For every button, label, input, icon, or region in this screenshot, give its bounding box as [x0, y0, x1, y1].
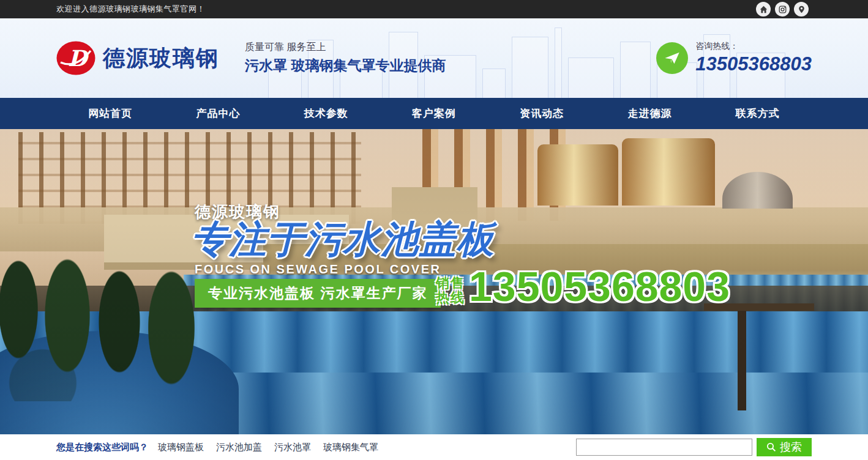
slogan-big: 污水罩 玻璃钢集气罩专业提供商 — [245, 56, 446, 75]
buildings-band — [0, 207, 868, 251]
logo-icon: D — [56, 41, 95, 75]
storage-tank — [622, 138, 715, 206]
pool-covers-far — [184, 275, 868, 314]
welcome-text: 欢迎进入德源玻璃钢玻璃钢集气罩官网！ — [56, 4, 205, 15]
pool-covers-near — [0, 373, 868, 434]
search-input[interactable] — [576, 439, 752, 456]
instagram-icon — [779, 6, 787, 13]
hot-keywords: 玻璃钢盖板 污水池加盖 污水池罩 玻璃钢集气罩 — [158, 442, 378, 453]
slogan-small: 质量可靠 服务至上 — [245, 41, 446, 54]
nav-item-home[interactable]: 网站首页 — [56, 98, 164, 129]
nav-item-about[interactable]: 走进德源 — [596, 98, 703, 129]
sales-label-line1: 销售 — [436, 276, 465, 291]
home-icon — [760, 6, 768, 13]
keyword-link-1[interactable]: 玻璃钢盖板 — [158, 442, 204, 453]
nav-item-contact[interactable]: 联系方式 — [704, 98, 812, 129]
location-link[interactable] — [794, 2, 809, 17]
header-slogan: 质量可靠 服务至上 污水罩 玻璃钢集气罩专业提供商 — [245, 41, 446, 75]
post — [738, 306, 746, 410]
nav-item-specs[interactable]: 技术参数 — [272, 98, 380, 129]
banner-button: 专业污水池盖板 污水罩生产厂家 — [195, 279, 441, 308]
svg-text:D: D — [68, 45, 89, 71]
banner-brand-text: 德源玻璃钢 — [195, 201, 280, 223]
nav-item-news[interactable]: 资讯动态 — [488, 98, 596, 129]
topbar: 欢迎进入德源玻璃钢玻璃钢集气罩官网！ — [0, 0, 868, 18]
search-prompt: 您是在搜索这些词吗？ — [56, 442, 148, 453]
storage-tank — [537, 144, 618, 206]
header-hotline: 咨询热线： 13505368803 — [656, 41, 812, 75]
home-link[interactable] — [756, 2, 771, 17]
photo-shade — [0, 129, 868, 434]
social-links — [756, 2, 809, 17]
sales-label-line2: 热线 — [436, 291, 465, 305]
brick-wall — [263, 244, 868, 288]
search-box: 搜索 — [576, 438, 812, 456]
building — [104, 215, 349, 270]
search-icon — [766, 442, 776, 452]
hotline-number: 13505368803 — [695, 53, 812, 75]
hero-banner[interactable]: 德源玻璃钢 专注于污水池盖板 FOUCS ON SEWAGE POOL COVE… — [0, 129, 868, 434]
banner-subheadline: FOUCS ON SEWAGE POOL COVER — [195, 262, 441, 276]
banner-headline: 专注于污水池盖板 — [191, 215, 495, 265]
paper-plane-icon — [664, 50, 681, 67]
keyword-link-2[interactable]: 污水池加盖 — [216, 442, 262, 453]
refinery-column — [422, 129, 582, 221]
storage-tank — [722, 172, 793, 209]
nav-item-products[interactable]: 产品中心 — [164, 98, 272, 129]
plane-circle — [656, 42, 688, 74]
location-icon — [798, 6, 806, 13]
search-strip: 您是在搜索这些词吗？ 玻璃钢盖板 污水池加盖 污水池罩 玻璃钢集气罩 搜索 — [0, 434, 868, 460]
banner-sales-number: 13505368803 — [469, 262, 730, 310]
building — [392, 187, 477, 270]
keyword-link-4[interactable]: 玻璃钢集气罩 — [323, 442, 378, 453]
nav-item-cases[interactable]: 客户案例 — [380, 98, 488, 129]
keyword-link-3[interactable]: 污水池罩 — [274, 442, 311, 453]
main-nav: 网站首页 产品中心 技术参数 客户案例 资讯动态 走进德源 联系方式 — [0, 98, 868, 129]
pool-covers-mid — [0, 311, 868, 377]
post — [704, 303, 814, 311]
banner-sales-label: 销售 热线 — [436, 276, 465, 305]
search-button[interactable]: 搜索 — [757, 438, 812, 456]
logo[interactable]: D 德源玻璃钢 — [56, 41, 219, 75]
ground-band — [0, 286, 868, 313]
search-button-label: 搜索 — [780, 440, 802, 454]
logo-text: 德源玻璃钢 — [103, 43, 219, 73]
blue-dome — [0, 331, 239, 434]
instagram-link[interactable] — [775, 2, 790, 17]
hero-banner-image — [0, 129, 868, 434]
hotline-label: 咨询热线： — [695, 41, 812, 52]
refinery-towers — [18, 132, 361, 224]
site-header: D 德源玻璃钢 质量可靠 服务至上 污水罩 玻璃钢集气罩专业提供商 咨询热线： … — [0, 18, 868, 98]
trees — [0, 199, 214, 401]
